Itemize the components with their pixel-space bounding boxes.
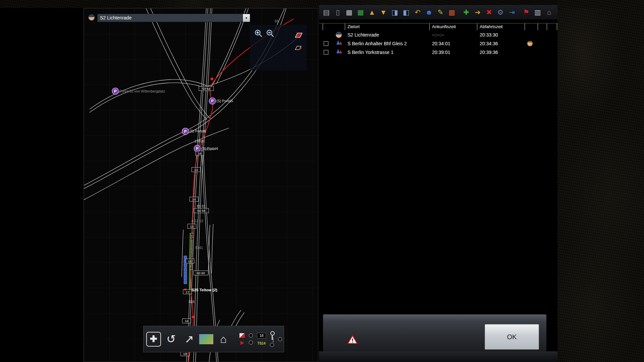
zoom-out-icon[interactable] (266, 29, 275, 38)
radio-option-2[interactable] (249, 341, 253, 345)
passenger-icon (527, 41, 533, 46)
map-panel: PPortal 02 von WittenbergplatzP(S) Porta… (84, 8, 318, 362)
cell-ankunftszeit: --:--:-- (432, 32, 480, 38)
train-car[interactable] (184, 272, 187, 276)
route-selector-value: S2 Lichtenrade (98, 14, 243, 22)
route-selector-dropdown[interactable]: S2 Lichtenrade ▼ (97, 14, 250, 22)
row-checkbox[interactable] (324, 50, 328, 55)
cell-abfahrtszeit: 20:39:36 (480, 50, 527, 55)
timetable-row[interactable]: S Berlin Yorkstrasse 120:39:0120:39:36 (319, 48, 557, 57)
person-icon[interactable]: ☻ (424, 7, 434, 18)
timetable-toolbar: ▤▯▦▦▲▼◨◧↶☻✎▩✚➔✖⚙⇥⚑▥⌂ (319, 5, 557, 20)
driver-icon (89, 14, 95, 20)
map-label: 816 (189, 300, 195, 304)
col-zielort[interactable]: Zielort (347, 24, 360, 29)
map-view-icon[interactable] (199, 334, 213, 344)
ts14-label: TS14 (258, 342, 266, 345)
col-ankunftszeit[interactable]: Ankunftszeit (432, 24, 456, 29)
timetable-rows: S2 Lichtenrade--:--:--20:33:30S Berlin A… (319, 31, 557, 57)
signal-icon[interactable] (240, 341, 244, 345)
cell-abfahrtszeit: 20:33:30 (480, 32, 527, 38)
portal-p-glyph: P (114, 89, 117, 93)
train-car[interactable] (184, 264, 187, 267)
station-icon (336, 41, 342, 47)
signal-tag: 16 (198, 152, 202, 155)
calculator-icon[interactable]: ▥ (532, 7, 543, 18)
layer-icon[interactable] (294, 32, 303, 39)
dropdown-arrow-icon[interactable]: ▼ (243, 14, 250, 22)
undo-arrow-icon[interactable]: ↶ (412, 7, 423, 18)
key-icon[interactable] (270, 331, 274, 340)
edit-list-icon[interactable]: ✎ (435, 7, 446, 18)
trash-icon[interactable]: ▯ (332, 7, 343, 18)
signal-tag: 13 (194, 168, 198, 172)
save-icon[interactable]: ▤ (321, 7, 332, 18)
depot-icon[interactable]: ⌂ (544, 7, 554, 18)
row-checkbox[interactable] (324, 41, 328, 46)
grid-small-icon[interactable]: ▦ (344, 7, 355, 18)
flag-icon[interactable]: ⚑ (521, 7, 532, 18)
map-label: 8 12 13 (192, 219, 203, 223)
apply-arrow-icon[interactable]: ➔ (472, 7, 483, 18)
svg-text:!: ! (352, 338, 354, 344)
split-right-icon[interactable]: ◨ (389, 7, 400, 18)
map-label: 68 (275, 19, 279, 23)
footer-panel: ! OK (323, 314, 546, 351)
cell-zielort: S Berlin Anhalter Bhf Gleis 2 (347, 41, 432, 46)
header-separator (557, 23, 557, 30)
home-icon[interactable]: ⌂ (215, 330, 231, 348)
edit-layer-icon[interactable] (294, 44, 303, 52)
header-separator (345, 23, 345, 30)
radio-option-1[interactable] (249, 334, 253, 338)
header-separator (323, 23, 323, 30)
train-car[interactable] (184, 268, 187, 272)
switch-icon[interactable] (239, 333, 245, 338)
radio-option-4[interactable] (278, 337, 282, 341)
split-left-icon[interactable]: ◧ (401, 7, 412, 18)
timetable-row[interactable]: S Berlin Anhalter Bhf Gleis 220:34:0120:… (319, 39, 557, 48)
signal-dot[interactable] (211, 77, 214, 80)
delete-red-icon[interactable]: ✖ (484, 7, 494, 18)
rotate-icon[interactable]: ↺ (163, 330, 179, 348)
signal-tag: 54 54 (202, 87, 211, 90)
palette-grid-icon[interactable]: ▩ (446, 7, 457, 18)
header-separator (477, 23, 477, 30)
footer-strip (319, 351, 557, 362)
map-nav-toolbar: ✚↺↗⌂ 18 TS14 (143, 326, 284, 352)
jump-icon[interactable]: ↗ (181, 330, 197, 348)
header-separator (525, 23, 525, 30)
radio-option-3[interactable] (270, 343, 274, 347)
driver-avatar (89, 14, 95, 20)
nav-main-buttons: ✚↺↗⌂ (146, 330, 231, 348)
signal-tag: 18 (185, 319, 189, 323)
col-abfahrtszeit[interactable]: Abfahrtszeit (480, 24, 503, 29)
import-arrow-icon[interactable]: ⇥ (506, 7, 517, 18)
signal-tag: 17 (185, 290, 189, 294)
portal-p-glyph: P (211, 99, 214, 103)
zoom-value-box[interactable]: 18 (257, 333, 266, 339)
gear-doc-icon[interactable]: ⚙ (495, 7, 506, 18)
app-window: PPortal 02 von WittenbergplatzP(S) Porta… (0, 0, 644, 362)
signal-tag: 19 (183, 352, 187, 356)
map-label: S25 Teltow (2) (192, 288, 217, 292)
timetable-row[interactable]: S2 Lichtenrade--:--:--20:33:30 (319, 31, 557, 39)
cell-zielort: S2 Lichtenrade (347, 32, 432, 38)
header-separator (429, 23, 430, 30)
move-up-icon[interactable]: ▲ (367, 7, 377, 18)
ok-button[interactable]: OK (485, 324, 539, 350)
signal-tag: 60 60 (197, 271, 205, 275)
train-car[interactable] (184, 281, 187, 284)
train-car[interactable] (184, 277, 187, 280)
zoom-in-icon[interactable] (254, 29, 263, 38)
signal-dot[interactable] (192, 315, 195, 318)
signal-tag: 15 (190, 225, 194, 228)
portal-label: (S) Portal5 (216, 99, 233, 103)
cell-ankunftszeit: 20:39:01 (432, 50, 480, 55)
signal-tag: 58 58 (197, 209, 205, 213)
insert-green-icon[interactable]: ✚ (461, 7, 472, 18)
move-down-icon[interactable]: ▼ (378, 7, 389, 18)
grid-green-icon[interactable]: ▦ (355, 7, 366, 18)
background-texture (557, 0, 644, 362)
pan-icon[interactable]: ✚ (146, 332, 161, 347)
map-label: S Berlin Yorkstrasse Gl 1 (190, 232, 194, 270)
